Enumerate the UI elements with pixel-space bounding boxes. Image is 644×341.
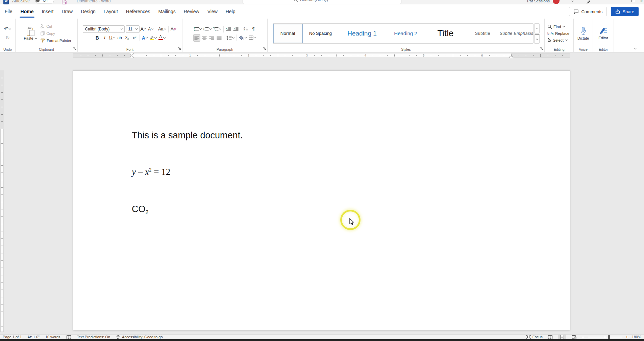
zoom-out-button[interactable]: −: [582, 335, 585, 340]
share-button[interactable]: Share: [611, 7, 639, 16]
sort-button[interactable]: AZ: [243, 25, 250, 33]
horizontal-ruler[interactable]: 123456: [73, 53, 570, 58]
word-count[interactable]: 10 words: [45, 335, 60, 339]
subscript-button[interactable]: x2: [124, 34, 131, 42]
editing-mode-icon[interactable]: [586, 0, 590, 4]
zoom-level[interactable]: 180%: [632, 335, 641, 339]
tab-review[interactable]: Review: [180, 4, 203, 19]
superscript-button[interactable]: x2: [131, 34, 138, 42]
decrease-indent-button[interactable]: [225, 25, 232, 33]
tab-help[interactable]: Help: [222, 4, 240, 19]
borders-button[interactable]: [248, 34, 257, 42]
zoom-slider-thumb[interactable]: [608, 335, 610, 339]
align-right-button[interactable]: [208, 34, 215, 42]
style-title[interactable]: Title: [426, 24, 466, 43]
replace-button[interactable]: b⇄c Replace: [547, 30, 569, 37]
underline-button[interactable]: U: [108, 34, 116, 42]
zoom-slider[interactable]: [588, 335, 622, 339]
show-hide-marks-button[interactable]: ¶: [250, 25, 257, 33]
print-layout-button[interactable]: [558, 335, 566, 339]
styles-gallery: Normal No Spacing Heading 1 Heading 2 Ti…: [273, 23, 534, 44]
tab-layout[interactable]: Layout: [100, 4, 122, 19]
font-family-combobox[interactable]: Calibri (Body): [83, 25, 125, 33]
style-heading-2[interactable]: Heading 2: [386, 24, 426, 43]
tab-home[interactable]: Home: [17, 4, 38, 19]
multilevel-list-button[interactable]: [213, 25, 222, 33]
style-subtitle[interactable]: Subtitle: [466, 24, 500, 43]
text-effects-button[interactable]: A: [141, 34, 149, 42]
editor-button[interactable]: Editor: [598, 27, 608, 40]
shading-button[interactable]: [238, 34, 248, 42]
find-button[interactable]: Find: [547, 24, 565, 30]
numbering-button[interactable]: 123: [203, 25, 212, 33]
editor-group: Editor Editor: [593, 19, 614, 52]
focus-button[interactable]: Focus: [526, 335, 543, 339]
increase-indent-button[interactable]: [232, 25, 240, 33]
dictate-button[interactable]: Dictate: [577, 27, 589, 40]
zoom-in-button[interactable]: +: [625, 335, 628, 340]
web-layout-button[interactable]: [570, 335, 578, 339]
proofing-button[interactable]: [66, 335, 71, 339]
bullets-button[interactable]: [193, 25, 202, 33]
italic-button[interactable]: I: [101, 34, 108, 42]
undo-button[interactable]: ↶: [3, 25, 12, 33]
select-button[interactable]: Select: [547, 37, 568, 43]
tab-draw[interactable]: Draw: [57, 4, 77, 19]
styles-more-button[interactable]: [534, 33, 540, 44]
tab-references[interactable]: References: [122, 4, 154, 19]
autosave-toggle[interactable]: On: [35, 0, 54, 3]
account-name[interactable]: Pat Sessions: [527, 0, 550, 4]
cut-button[interactable]: Cut: [41, 23, 71, 29]
text-predictions[interactable]: Text Predictions: On: [77, 335, 110, 339]
paragraph-dialog-launcher[interactable]: [263, 45, 266, 51]
grow-font-button[interactable]: A: [140, 25, 147, 33]
paste-button[interactable]: Paste: [22, 27, 39, 40]
highlight-color-button[interactable]: [149, 34, 157, 42]
style-no-spacing[interactable]: No Spacing: [303, 24, 339, 43]
word-logo-icon[interactable]: W: [3, 0, 9, 4]
comments-button[interactable]: Comments: [569, 7, 607, 16]
tab-file[interactable]: File: [1, 4, 17, 19]
avatar[interactable]: [553, 0, 560, 4]
vertical-ruler[interactable]: [0, 58, 4, 334]
tab-mailings[interactable]: Mailings: [154, 4, 179, 19]
chevron-down-icon[interactable]: [571, 0, 574, 4]
search-box[interactable]: Search (Alt+Q): [243, 0, 401, 4]
font-dialog-launcher[interactable]: [178, 45, 181, 51]
clear-formatting-button[interactable]: A: [170, 25, 177, 33]
read-mode-button[interactable]: [546, 335, 554, 339]
save-icon[interactable]: [62, 0, 67, 4]
page-indicator[interactable]: Page 1 of 1: [3, 335, 22, 339]
change-case-button[interactable]: Aa: [157, 25, 167, 33]
strikethrough-button[interactable]: ab: [116, 34, 123, 42]
tab-design[interactable]: Design: [77, 4, 100, 19]
styles-scroll-up-button[interactable]: [534, 23, 540, 33]
tab-view[interactable]: View: [203, 4, 222, 19]
format-painter-button[interactable]: Format Painter: [41, 38, 71, 44]
collapse-ribbon-button[interactable]: [634, 45, 637, 51]
cursor-position[interactable]: At: 1.6": [27, 335, 40, 339]
style-subtle-emphasis[interactable]: Subtle Emphasis: [500, 24, 533, 43]
document-page[interactable]: This is a sample document. y – x2 = 12 C…: [73, 70, 570, 330]
shrink-font-button[interactable]: A: [147, 25, 154, 33]
font-color-button[interactable]: A: [158, 34, 166, 42]
equation-text[interactable]: y – x2 = 12: [132, 167, 170, 177]
copy-button[interactable]: Copy: [41, 30, 71, 37]
style-normal[interactable]: Normal: [273, 24, 303, 43]
close-button[interactable]: ✕: [640, 0, 643, 4]
redo-button[interactable]: ↻: [4, 34, 11, 42]
justify-button[interactable]: [216, 34, 223, 42]
chemical-formula-text[interactable]: CO2: [132, 204, 148, 215]
accessibility-status[interactable]: Accessibility: Good to go: [116, 335, 163, 339]
clipboard-dialog-launcher[interactable]: [73, 45, 76, 51]
paragraph-text[interactable]: This is a sample document.: [132, 130, 243, 141]
style-heading-1[interactable]: Heading 1: [339, 24, 386, 43]
styles-dialog-launcher[interactable]: [540, 45, 543, 51]
tab-insert[interactable]: Insert: [38, 4, 57, 19]
font-size-combobox[interactable]: 11: [126, 25, 140, 33]
align-center-button[interactable]: [201, 34, 208, 42]
line-spacing-button[interactable]: [226, 34, 235, 42]
align-left-button[interactable]: [193, 34, 200, 42]
bold-button[interactable]: B: [94, 34, 101, 42]
maximize-button[interactable]: [631, 0, 634, 2]
